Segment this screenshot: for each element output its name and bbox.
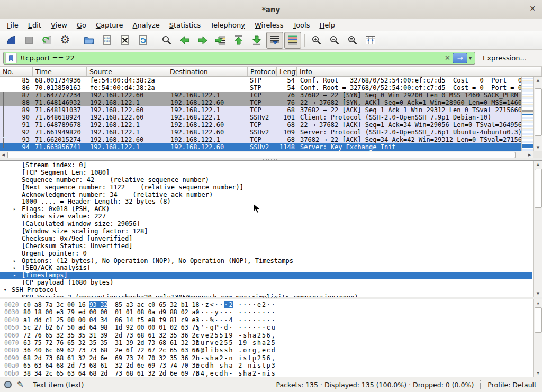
menu-analyze[interactable]: Analyze xyxy=(128,20,165,30)
packet-row-91[interactable]: 9171.648789678192.168.122.1192.168.122.6… xyxy=(0,121,521,129)
packet-row-94[interactable]: 9471.663856741192.168.122.1192.168.122.6… xyxy=(0,143,521,151)
scroll-down-icon[interactable]: ▼ xyxy=(534,290,542,297)
detail-line[interactable]: [Next sequence number: 1122 (relative se… xyxy=(0,184,532,192)
menu-tools[interactable]: Tools xyxy=(288,20,314,30)
detail-line[interactable]: [Stream index: 0] xyxy=(0,162,532,169)
expert-info-icon[interactable] xyxy=(4,381,12,388)
detail-line[interactable]: [Calculated window size: 29056] xyxy=(0,221,532,228)
titlebar[interactable]: *any ✕ xyxy=(0,0,542,19)
scroll-down-icon[interactable]: ▼ xyxy=(534,144,542,151)
menu-capture[interactable]: Capture xyxy=(91,20,128,30)
details-scroll-thumb[interactable] xyxy=(535,169,542,208)
detail-line[interactable]: [TCP Segment Len: 1080] xyxy=(0,169,532,177)
detail-line[interactable]: Checksum: 0x79ed [unverified] xyxy=(0,235,532,243)
start-capture-icon[interactable] xyxy=(3,32,20,49)
column-header-info[interactable]: Info xyxy=(297,67,542,76)
menu-telephony[interactable]: Telephony xyxy=(205,20,250,30)
status-profile[interactable]: Profile: Default xyxy=(487,381,537,389)
packet-row-92[interactable]: 9271.661949820192.168.122.1192.168.122.6… xyxy=(0,129,521,136)
display-filter-field[interactable]: !tcp.port == 22 ✕ → ▾ xyxy=(3,52,475,65)
packet-list-vscrollbar[interactable]: ▲ ▼ xyxy=(533,77,542,151)
detail-line[interactable]: [Window size scaling factor: 128] xyxy=(0,228,532,235)
find-packet-icon[interactable] xyxy=(158,32,175,49)
detail-line[interactable]: ▸Options: (12 bytes), No-Operation (NOP)… xyxy=(0,258,532,265)
menu-view[interactable]: View xyxy=(46,20,72,30)
expression-button[interactable]: Expression... xyxy=(483,54,527,62)
add-filter-button[interactable]: + xyxy=(539,53,542,63)
packet-row-88[interactable]: 8871.648146932192.168.122.1192.168.122.6… xyxy=(0,99,521,106)
save-file-icon[interactable]: 01010110 xyxy=(98,32,115,49)
resize-columns-icon[interactable] xyxy=(362,32,379,49)
hex-row-0030[interactable]: 003080 18 00 e3 79 ed 00 00 01 01 08 0a … xyxy=(0,308,542,316)
hex-row-0020[interactable]: 0020c0 a8 7a 3c 00 16 93 32 85 a3 ac c0 … xyxy=(0,301,542,308)
display-filter-input[interactable]: !tcp.port == 22 xyxy=(20,54,442,62)
packet-row-86[interactable]: 8670.013850163fe:54:00:d4:38:2aSTP54Conf… xyxy=(0,84,521,92)
collapsed-arrow-icon[interactable]: ▸ xyxy=(13,206,16,213)
collapsed-arrow-icon[interactable]: ▸ xyxy=(13,258,16,265)
menu-edit[interactable]: Edit xyxy=(23,20,46,30)
hex-row-0090[interactable]: 009068 2d 73 68 61 32 2d 6e 69 73 74 70 … xyxy=(0,354,542,362)
packet-row-87[interactable]: 8771.647777234192.168.122.60192.168.122.… xyxy=(0,92,521,99)
bytes-vscrollbar[interactable]: ▲ ▼ xyxy=(533,299,542,377)
detail-line[interactable]: Sequence number: 42 (relative sequence n… xyxy=(0,177,532,184)
close-file-icon[interactable] xyxy=(116,32,133,49)
zoom-100-icon[interactable] xyxy=(344,32,361,49)
zoom-in-icon[interactable] xyxy=(308,32,325,49)
detail-line[interactable]: TCP payload (1080 bytes) xyxy=(0,279,532,287)
collapsed-arrow-icon[interactable]: ▸ xyxy=(13,272,16,279)
column-header-source[interactable]: Source xyxy=(87,67,167,76)
column-header-length[interactable]: Length xyxy=(277,67,297,76)
column-header-time[interactable]: Time xyxy=(33,67,87,76)
go-to-packet-icon[interactable] xyxy=(212,32,229,49)
scroll-up-icon[interactable]: ▲ xyxy=(534,161,542,168)
detail-line[interactable]: Urgent pointer: 0 xyxy=(0,250,532,258)
detail-line[interactable]: Window size value: 227 xyxy=(0,213,532,221)
zoom-out-icon[interactable] xyxy=(326,32,343,49)
menu-file[interactable]: File xyxy=(2,20,23,30)
colorize-packets-icon[interactable] xyxy=(284,32,301,49)
hex-row-0060[interactable]: 006072 76 65 32 35 35 31 39 2d 73 68 61 … xyxy=(0,332,542,339)
hex-row-0070[interactable]: 007063 75 72 76 65 32 35 35 31 39 2d 73 … xyxy=(0,339,542,347)
filter-bookmark-icon[interactable] xyxy=(5,53,17,63)
clear-filter-icon[interactable]: ✕ xyxy=(445,54,450,62)
packet-list-scroll-thumb[interactable] xyxy=(535,88,542,136)
next-packet-icon[interactable] xyxy=(194,32,211,49)
auto-scroll-icon[interactable] xyxy=(266,32,283,49)
hex-row-00b0[interactable]: 00b038 34 2c 65 63 64 68 2d 73 68 61 32 … xyxy=(0,370,542,377)
detail-line[interactable]: [Checksum Status: Unverified] xyxy=(0,243,532,250)
detail-line[interactable]: ▸[Timestamps] xyxy=(0,272,532,279)
scroll-up-icon[interactable]: ▲ xyxy=(534,77,542,84)
packet-row-93[interactable]: 9371.662015274192.168.122.60192.168.122.… xyxy=(0,136,521,143)
packet-row-89[interactable]: 8971.648191037192.168.122.60192.168.122.… xyxy=(0,106,521,114)
capture-options-icon[interactable]: ⚙ xyxy=(57,32,74,49)
open-file-icon[interactable] xyxy=(80,32,97,49)
first-packet-icon[interactable] xyxy=(230,32,247,49)
hex-row-0040[interactable]: 0040a1 dd c1 25 00 00 04 34 06 14 f5 e8 … xyxy=(0,316,542,324)
last-packet-icon[interactable] xyxy=(248,32,265,49)
scroll-up-icon[interactable]: ▲ xyxy=(534,299,542,306)
previous-packet-icon[interactable] xyxy=(176,32,193,49)
column-header-no[interactable]: No. xyxy=(0,67,33,76)
capture-comment-icon[interactable]: ✎ xyxy=(17,380,24,389)
filter-history-dropdown-icon[interactable]: ▾ xyxy=(469,55,472,61)
menu-go[interactable]: Go xyxy=(72,20,91,30)
window-close-icon[interactable]: ✕ xyxy=(529,4,536,13)
hex-row-0050[interactable]: 00505c 27 b2 67 50 ad 64 98 1d 92 00 00 … xyxy=(0,324,542,331)
detail-line[interactable]: Acknowledgment number: 34 (relative ack … xyxy=(0,192,532,199)
column-header-protocol[interactable]: Protocol xyxy=(248,67,277,76)
bytes-scroll-thumb[interactable] xyxy=(535,307,542,333)
packet-row-90[interactable]: 9071.648618924192.168.122.60192.168.122.… xyxy=(0,114,521,121)
reload-file-icon[interactable] xyxy=(134,32,151,49)
column-header-destination[interactable]: Destination xyxy=(167,67,248,76)
apply-filter-icon[interactable]: → xyxy=(453,53,467,63)
detail-line[interactable]: ▾SSH Protocol xyxy=(0,287,532,294)
detail-line[interactable]: ▸[SEQ/ACK analysis] xyxy=(0,265,532,272)
menu-help[interactable]: Help xyxy=(314,20,340,30)
expanded-arrow-icon[interactable]: ▾ xyxy=(4,287,6,294)
stop-capture-icon[interactable] xyxy=(21,32,38,49)
hex-row-00a0[interactable]: 00a065 63 64 68 2d 73 68 61 32 2d 6e 69 … xyxy=(0,362,542,369)
menu-wireless[interactable]: Wireless xyxy=(250,20,288,30)
scroll-down-icon[interactable]: ▼ xyxy=(534,370,542,377)
hex-row-0080[interactable]: 008036 40 6c 69 62 73 73 68 2e 6f 72 67 … xyxy=(0,347,542,354)
detail-line[interactable]: ▸Flags: 0x018 (PSH, ACK) xyxy=(0,206,532,213)
